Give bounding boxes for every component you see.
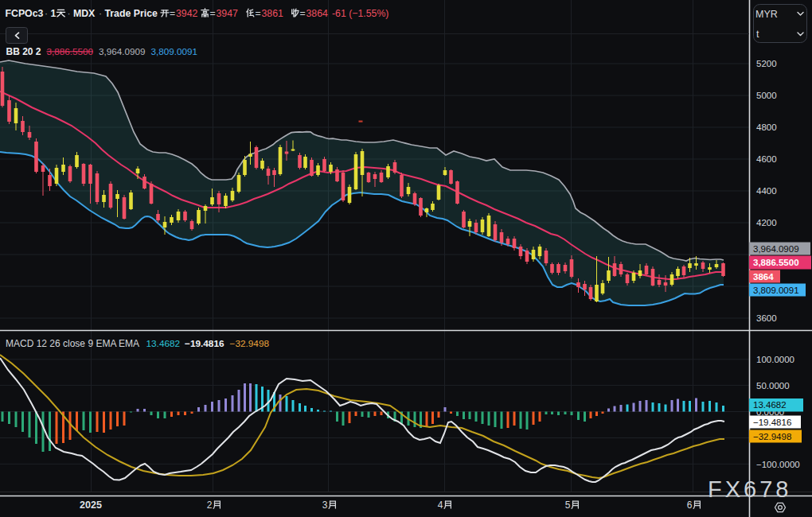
svg-text:13.4682: 13.4682 [753,400,787,410]
svg-text:4: 4 [438,500,443,511]
svg-text:=: = [210,8,216,19]
svg-text:5200: 5200 [756,59,777,68]
svg-text:3,809.0091: 3,809.0091 [151,46,198,56]
svg-text:6: 6 [687,500,693,511]
svg-text:3,809.0091: 3,809.0091 [753,286,799,295]
svg-text:2025: 2025 [80,500,102,511]
svg-text:100.0000: 100.0000 [756,355,794,364]
svg-text:4200: 4200 [756,218,777,227]
svg-text:5000: 5000 [756,91,777,100]
svg-text:FX678: FX678 [708,476,791,502]
svg-text:MDX: MDX [73,8,96,19]
svg-text:4800: 4800 [756,122,777,132]
svg-text:−32.9498: −32.9498 [753,432,791,441]
svg-text:FCPOc3: FCPOc3 [6,8,44,19]
svg-text:Trade Price: Trade Price [105,8,158,19]
svg-text:·: · [68,8,71,19]
svg-text:−19.4816: −19.4816 [185,338,224,349]
svg-text:3,964.0909: 3,964.0909 [99,46,146,56]
svg-text:-61 (−1.55%): -61 (−1.55%) [332,8,388,19]
svg-text:−100.0000: −100.0000 [756,460,800,469]
svg-text:5: 5 [565,500,571,511]
svg-text:2: 2 [207,500,213,511]
svg-text:3,886.5500: 3,886.5500 [753,258,799,267]
svg-text:3: 3 [322,500,328,511]
svg-text:3,886.5500: 3,886.5500 [47,46,94,56]
svg-text:3861: 3861 [262,8,284,19]
svg-text:·: · [99,8,102,19]
svg-text:3600: 3600 [756,313,777,323]
svg-text:3,964.0909: 3,964.0909 [753,244,799,254]
svg-text:t: t [756,29,759,40]
svg-text:−32.9498: −32.9498 [230,338,270,349]
svg-text:BB 20 2: BB 20 2 [6,46,41,57]
svg-text:3864: 3864 [306,8,329,19]
svg-text:MYR: MYR [755,9,778,20]
svg-text:·: · [45,8,48,19]
svg-text:3947: 3947 [217,8,239,19]
svg-text:=: = [256,8,261,19]
svg-text:MACD 12 26 close 9 EMA EMA: MACD 12 26 close 9 EMA EMA [6,338,139,349]
svg-text:13.4682: 13.4682 [146,338,181,349]
svg-text:1: 1 [51,8,57,19]
svg-text:4600: 4600 [756,154,777,164]
svg-text:=: = [170,8,175,19]
svg-text:4400: 4400 [756,186,777,196]
svg-text:50.0000: 50.0000 [756,381,790,391]
svg-text:3942: 3942 [176,8,198,19]
svg-text:3864: 3864 [753,272,774,282]
svg-text:=: = [300,8,306,19]
svg-text:−19.4816: −19.4816 [753,418,791,427]
